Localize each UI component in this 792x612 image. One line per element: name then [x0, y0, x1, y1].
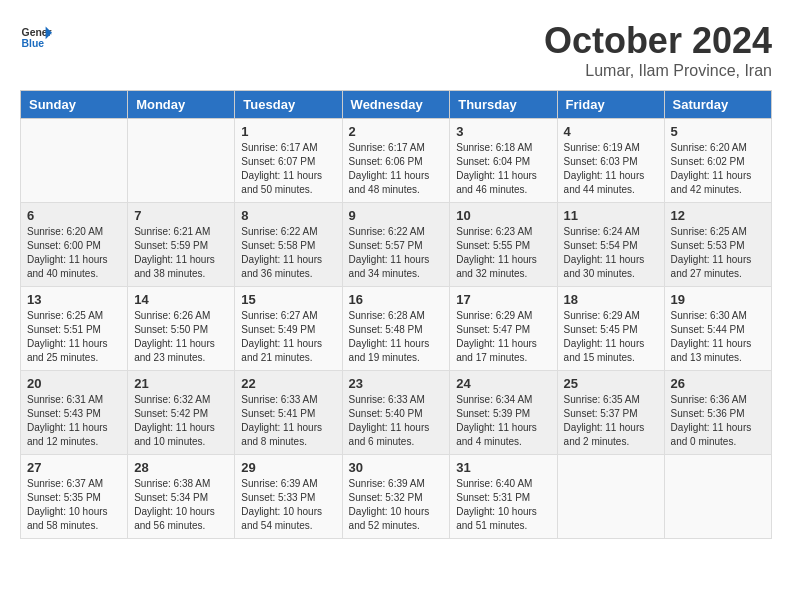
calendar-cell [557, 455, 664, 539]
day-detail: Sunrise: 6:38 AMSunset: 5:34 PMDaylight:… [134, 477, 228, 533]
day-detail: Sunrise: 6:34 AMSunset: 5:39 PMDaylight:… [456, 393, 550, 449]
day-number: 14 [134, 292, 228, 307]
day-detail: Sunrise: 6:27 AMSunset: 5:49 PMDaylight:… [241, 309, 335, 365]
calendar-week-row: 6Sunrise: 6:20 AMSunset: 6:00 PMDaylight… [21, 203, 772, 287]
calendar-cell: 30Sunrise: 6:39 AMSunset: 5:32 PMDayligh… [342, 455, 450, 539]
day-number: 11 [564, 208, 658, 223]
day-number: 31 [456, 460, 550, 475]
day-detail: Sunrise: 6:21 AMSunset: 5:59 PMDaylight:… [134, 225, 228, 281]
calendar-cell: 27Sunrise: 6:37 AMSunset: 5:35 PMDayligh… [21, 455, 128, 539]
calendar-cell: 9Sunrise: 6:22 AMSunset: 5:57 PMDaylight… [342, 203, 450, 287]
calendar-cell: 15Sunrise: 6:27 AMSunset: 5:49 PMDayligh… [235, 287, 342, 371]
calendar-cell: 13Sunrise: 6:25 AMSunset: 5:51 PMDayligh… [21, 287, 128, 371]
day-detail: Sunrise: 6:26 AMSunset: 5:50 PMDaylight:… [134, 309, 228, 365]
day-number: 5 [671, 124, 765, 139]
calendar-week-row: 20Sunrise: 6:31 AMSunset: 5:43 PMDayligh… [21, 371, 772, 455]
weekday-header: Friday [557, 91, 664, 119]
calendar-cell: 21Sunrise: 6:32 AMSunset: 5:42 PMDayligh… [128, 371, 235, 455]
day-number: 9 [349, 208, 444, 223]
day-number: 22 [241, 376, 335, 391]
day-number: 15 [241, 292, 335, 307]
calendar-cell: 23Sunrise: 6:33 AMSunset: 5:40 PMDayligh… [342, 371, 450, 455]
weekday-header: Thursday [450, 91, 557, 119]
day-number: 13 [27, 292, 121, 307]
day-number: 2 [349, 124, 444, 139]
title-area: October 2024 Lumar, Ilam Province, Iran [544, 20, 772, 80]
day-number: 3 [456, 124, 550, 139]
day-detail: Sunrise: 6:36 AMSunset: 5:36 PMDaylight:… [671, 393, 765, 449]
day-number: 12 [671, 208, 765, 223]
calendar-cell: 28Sunrise: 6:38 AMSunset: 5:34 PMDayligh… [128, 455, 235, 539]
day-detail: Sunrise: 6:23 AMSunset: 5:55 PMDaylight:… [456, 225, 550, 281]
calendar-cell: 20Sunrise: 6:31 AMSunset: 5:43 PMDayligh… [21, 371, 128, 455]
logo-icon: General Blue [20, 20, 52, 52]
day-number: 23 [349, 376, 444, 391]
weekday-header: Wednesday [342, 91, 450, 119]
day-detail: Sunrise: 6:24 AMSunset: 5:54 PMDaylight:… [564, 225, 658, 281]
day-detail: Sunrise: 6:39 AMSunset: 5:32 PMDaylight:… [349, 477, 444, 533]
day-number: 10 [456, 208, 550, 223]
day-detail: Sunrise: 6:25 AMSunset: 5:53 PMDaylight:… [671, 225, 765, 281]
calendar-cell: 31Sunrise: 6:40 AMSunset: 5:31 PMDayligh… [450, 455, 557, 539]
day-detail: Sunrise: 6:17 AMSunset: 6:06 PMDaylight:… [349, 141, 444, 197]
day-number: 25 [564, 376, 658, 391]
svg-text:Blue: Blue [22, 38, 45, 49]
day-detail: Sunrise: 6:28 AMSunset: 5:48 PMDaylight:… [349, 309, 444, 365]
day-number: 8 [241, 208, 335, 223]
calendar-cell: 2Sunrise: 6:17 AMSunset: 6:06 PMDaylight… [342, 119, 450, 203]
calendar-cell: 16Sunrise: 6:28 AMSunset: 5:48 PMDayligh… [342, 287, 450, 371]
day-detail: Sunrise: 6:40 AMSunset: 5:31 PMDaylight:… [456, 477, 550, 533]
calendar-cell: 12Sunrise: 6:25 AMSunset: 5:53 PMDayligh… [664, 203, 771, 287]
weekday-header: Monday [128, 91, 235, 119]
calendar-week-row: 13Sunrise: 6:25 AMSunset: 5:51 PMDayligh… [21, 287, 772, 371]
day-detail: Sunrise: 6:22 AMSunset: 5:57 PMDaylight:… [349, 225, 444, 281]
calendar-header-row: SundayMondayTuesdayWednesdayThursdayFrid… [21, 91, 772, 119]
month-title: October 2024 [544, 20, 772, 62]
calendar-cell [21, 119, 128, 203]
day-detail: Sunrise: 6:17 AMSunset: 6:07 PMDaylight:… [241, 141, 335, 197]
calendar-cell: 1Sunrise: 6:17 AMSunset: 6:07 PMDaylight… [235, 119, 342, 203]
calendar-cell: 29Sunrise: 6:39 AMSunset: 5:33 PMDayligh… [235, 455, 342, 539]
day-number: 1 [241, 124, 335, 139]
day-detail: Sunrise: 6:33 AMSunset: 5:41 PMDaylight:… [241, 393, 335, 449]
location-title: Lumar, Ilam Province, Iran [544, 62, 772, 80]
day-number: 20 [27, 376, 121, 391]
calendar-cell: 3Sunrise: 6:18 AMSunset: 6:04 PMDaylight… [450, 119, 557, 203]
day-number: 27 [27, 460, 121, 475]
weekday-header: Saturday [664, 91, 771, 119]
day-number: 28 [134, 460, 228, 475]
calendar-cell: 7Sunrise: 6:21 AMSunset: 5:59 PMDaylight… [128, 203, 235, 287]
day-number: 26 [671, 376, 765, 391]
day-detail: Sunrise: 6:35 AMSunset: 5:37 PMDaylight:… [564, 393, 658, 449]
calendar-table: SundayMondayTuesdayWednesdayThursdayFrid… [20, 90, 772, 539]
day-detail: Sunrise: 6:39 AMSunset: 5:33 PMDaylight:… [241, 477, 335, 533]
calendar-cell: 17Sunrise: 6:29 AMSunset: 5:47 PMDayligh… [450, 287, 557, 371]
calendar-cell: 8Sunrise: 6:22 AMSunset: 5:58 PMDaylight… [235, 203, 342, 287]
day-number: 18 [564, 292, 658, 307]
calendar-week-row: 1Sunrise: 6:17 AMSunset: 6:07 PMDaylight… [21, 119, 772, 203]
day-number: 24 [456, 376, 550, 391]
calendar-cell: 22Sunrise: 6:33 AMSunset: 5:41 PMDayligh… [235, 371, 342, 455]
logo: General Blue [20, 20, 52, 52]
day-number: 21 [134, 376, 228, 391]
day-detail: Sunrise: 6:19 AMSunset: 6:03 PMDaylight:… [564, 141, 658, 197]
day-detail: Sunrise: 6:20 AMSunset: 6:00 PMDaylight:… [27, 225, 121, 281]
weekday-header: Tuesday [235, 91, 342, 119]
day-number: 16 [349, 292, 444, 307]
calendar-cell: 18Sunrise: 6:29 AMSunset: 5:45 PMDayligh… [557, 287, 664, 371]
calendar-cell: 14Sunrise: 6:26 AMSunset: 5:50 PMDayligh… [128, 287, 235, 371]
day-detail: Sunrise: 6:37 AMSunset: 5:35 PMDaylight:… [27, 477, 121, 533]
day-detail: Sunrise: 6:20 AMSunset: 6:02 PMDaylight:… [671, 141, 765, 197]
day-detail: Sunrise: 6:33 AMSunset: 5:40 PMDaylight:… [349, 393, 444, 449]
day-number: 30 [349, 460, 444, 475]
page-header: General Blue October 2024 Lumar, Ilam Pr… [20, 20, 772, 80]
day-number: 29 [241, 460, 335, 475]
calendar-cell [128, 119, 235, 203]
calendar-cell: 11Sunrise: 6:24 AMSunset: 5:54 PMDayligh… [557, 203, 664, 287]
day-number: 17 [456, 292, 550, 307]
day-detail: Sunrise: 6:30 AMSunset: 5:44 PMDaylight:… [671, 309, 765, 365]
day-detail: Sunrise: 6:22 AMSunset: 5:58 PMDaylight:… [241, 225, 335, 281]
calendar-cell: 10Sunrise: 6:23 AMSunset: 5:55 PMDayligh… [450, 203, 557, 287]
calendar-cell: 5Sunrise: 6:20 AMSunset: 6:02 PMDaylight… [664, 119, 771, 203]
calendar-cell: 6Sunrise: 6:20 AMSunset: 6:00 PMDaylight… [21, 203, 128, 287]
